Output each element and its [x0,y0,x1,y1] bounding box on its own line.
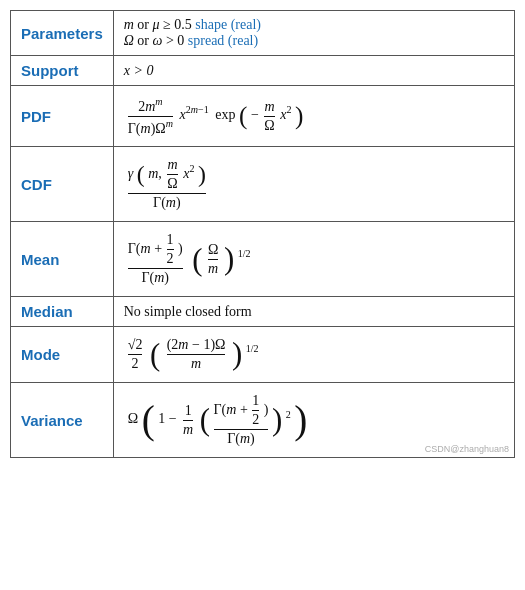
median-label: Median [11,297,114,327]
mode-outer-open: ( [150,338,160,372]
param-gt: > 0 [166,33,188,48]
cdf-gamma-close: ) [198,162,206,188]
mode-content: √2 2 ( (2m − 1)Ω m ) 1/2 [113,327,514,383]
mode-inner-frac: (2m − 1)Ω m [167,337,226,372]
pdf-neg: − [251,107,259,122]
mean-big-open: ( [192,251,206,266]
mean-content: Γ(m + 1 2 ) Γ(m) ( Ω [113,222,514,297]
variance-half-frac: 1 2 [252,393,259,428]
support-row: Support x > 0 [11,56,515,86]
param-geq: ≥ 0.5 [163,17,195,32]
pdf-exp: exp [215,107,235,122]
pdf-content: 2mm Γ(m)Ωm x2m−1 exp ( − m Ω x2 ) [113,86,514,147]
mean-label: Mean [11,222,114,297]
pdf-exp-num: m [264,99,274,117]
support-content: x > 0 [113,56,514,86]
distribution-table: Parameters m or μ ≥ 0.5 shape (real) Ω o… [10,10,515,458]
mean-half-num: 1 [167,232,174,250]
param-spread: spread (real) [188,33,258,48]
parameters-content: m or μ ≥ 0.5 shape (real) Ω or ω > 0 spr… [113,11,514,56]
mode-outer-close: ) [232,338,242,372]
pdf-row: PDF 2mm Γ(m)Ωm x2m−1 exp ( − m Ω x2 ) [11,86,515,147]
parameters-label: Parameters [11,11,114,56]
variance-half-den: 2 [252,411,259,428]
pdf-fraction: 2mm Γ(m)Ωm [128,96,173,136]
cdf-inner-frac: m Ω [167,157,177,192]
variance-gamma-num: Γ(m + 1 2 ) [214,393,269,430]
cdf-gamma-open: ( [137,162,145,188]
param-omega-lower: ω [153,33,163,48]
variance-one-over-m: 1 m [183,403,193,438]
pdf-x-term: x2m−1 [179,107,208,122]
mode-sqrt-num: √2 [128,337,143,355]
cdf-row: CDF γ ( m, m Ω x2 ) [11,147,515,222]
pdf-open-paren: ( [239,102,247,129]
cdf-label: CDF [11,147,114,222]
mode-sqrt-den: 2 [128,355,143,372]
variance-label: Variance [11,383,114,458]
variance-m-den: m [183,421,193,438]
param-omega-upper: Ω [124,33,134,48]
mode-inner-den: m [167,355,226,372]
pdf-exp-frac: m Ω [264,99,274,134]
variance-one-num: 1 [183,403,193,421]
variance-half-num: 1 [252,393,259,411]
mean-half-frac: 1 2 [167,232,174,267]
cdf-content: γ ( m, m Ω x2 ) Γ(m) [113,147,514,222]
pdf-close-paren: ) [295,102,303,129]
median-content: No simple closed form [113,297,514,327]
param-m: m [124,17,134,32]
cdf-denominator: Γ(m) [128,194,206,211]
mode-label: Mode [11,327,114,383]
mode-inner-num: (2m − 1)Ω [167,337,226,355]
param-shape: shape (real) [195,17,261,32]
mean-half-den: 2 [167,250,174,267]
mean-exponent: 1/2 [238,248,251,259]
mean-row: Mean Γ(m + 1 2 ) Γ(m) [11,222,515,297]
watermark-text: CSDN@zhanghuan8 [425,444,509,454]
pdf-label: PDF [11,86,114,147]
mean-outer-close: ) [224,242,234,276]
mean-omega-frac: Ω m [208,242,218,277]
variance-outer-close: ) [294,399,307,442]
mode-exponent: 1/2 [246,343,259,354]
pdf-denominator: Γ(m)Ωm [128,117,173,137]
variance-gamma-den: Γ(m) [214,430,269,447]
cdf-inner-den: Ω [167,175,177,192]
mean-outer-open: ( [192,242,202,276]
mode-row: Mode √2 2 ( (2m − 1)Ω m ) 1/2 [11,327,515,383]
median-row: Median No simple closed form [11,297,515,327]
mean-gamma-den: Γ(m) [128,269,183,286]
mean-gamma-frac: Γ(m + 1 2 ) Γ(m) [128,232,183,286]
variance-outer-open: ( [142,399,155,442]
param-or2: or [137,33,152,48]
param-or1: or [137,17,152,32]
support-label: Support [11,56,114,86]
pdf-x2: x2 [280,107,291,122]
mode-sqrt-frac: √2 2 [128,337,143,372]
pdf-exp-den: Ω [264,117,274,134]
cdf-inner-num: m [167,157,177,175]
pdf-numerator: 2mm [128,96,173,117]
mode-big-open: ( [150,346,164,361]
mean-gamma-num: Γ(m + 1 2 ) [128,232,183,269]
support-expr: x > 0 [124,63,154,78]
variance-mid-close: ) [272,403,282,437]
cdf-fraction: γ ( m, m Ω x2 ) Γ(m) [128,157,206,211]
variance-gamma-frac: Γ(m + 1 2 ) Γ(m) [214,393,269,447]
variance-exponent: 2 [286,409,291,420]
mean-omega-num: Ω [208,242,218,260]
param-mu: μ [153,17,160,32]
stats-table-wrapper: Parameters m or μ ≥ 0.5 shape (real) Ω o… [10,10,515,458]
parameters-row: Parameters m or μ ≥ 0.5 shape (real) Ω o… [11,11,515,56]
variance-mid-open: ( [200,403,210,437]
cdf-numerator: γ ( m, m Ω x2 ) [128,157,206,194]
mean-omega-den: m [208,260,218,277]
